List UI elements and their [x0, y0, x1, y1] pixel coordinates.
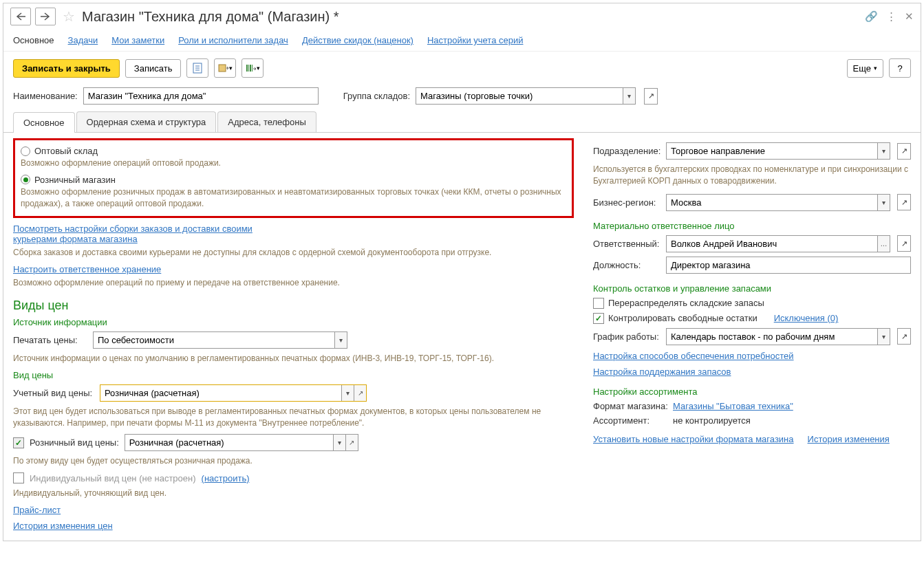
print-label: Печатать цены:: [13, 335, 87, 345]
link-icon[interactable]: 🔗: [865, 10, 878, 23]
schedule-label: График работы:: [593, 331, 662, 342]
svg-rect-6: [248, 65, 249, 72]
window-title: Магазин "Техника для дома" (Магазин) *: [82, 9, 861, 25]
dropdown-icon[interactable]: ▾: [623, 88, 635, 104]
close-icon[interactable]: ✕: [905, 10, 914, 23]
svg-rect-5: [246, 65, 248, 72]
position-label: Должность:: [593, 260, 662, 270]
region-label: Бизнес-регион:: [593, 197, 662, 208]
svg-rect-7: [250, 65, 251, 72]
price-type-heading: Вид цены: [13, 370, 574, 380]
kebab-icon[interactable]: ⋮: [886, 10, 896, 23]
control-stock-checkbox[interactable]: [593, 313, 604, 324]
responsible-input[interactable]: [667, 236, 877, 252]
link-format-history[interactable]: История изменения: [808, 434, 890, 444]
group-label: Группа складов:: [343, 91, 410, 101]
responsible-label: Ответственный:: [593, 239, 662, 249]
report-button[interactable]: [186, 58, 208, 78]
source-heading: Источник информации: [13, 317, 574, 327]
radio-icon: [21, 175, 30, 184]
radio-wholesale[interactable]: Оптовый склад: [21, 146, 566, 156]
star-icon[interactable]: ☆: [63, 8, 75, 25]
barcode-button[interactable]: ▾: [241, 58, 264, 78]
forward-button[interactable]: [35, 8, 56, 25]
dropdown-icon[interactable]: ▾: [877, 143, 890, 159]
name-input[interactable]: [84, 88, 318, 104]
save-close-button[interactable]: Записать и закрыть: [13, 59, 120, 78]
dept-label: Подразделение:: [593, 146, 662, 156]
retail-price-checkbox: [13, 437, 24, 448]
dropdown-icon[interactable]: ▾: [341, 385, 354, 401]
menu-series[interactable]: Настройки учета серий: [427, 35, 524, 45]
menu-discounts[interactable]: Действие скидок (наценок): [302, 35, 413, 45]
menu-notes[interactable]: Мои заметки: [111, 35, 164, 45]
tab-main[interactable]: Основное: [13, 112, 75, 133]
more-button[interactable]: Еще ▾: [847, 59, 883, 78]
warehouse-type-block: Оптовый склад Возможно оформление операц…: [13, 138, 574, 218]
radio-retail[interactable]: Розничный магазин: [21, 175, 566, 185]
back-button[interactable]: [10, 8, 31, 25]
group-input[interactable]: [416, 88, 623, 104]
tab-address[interactable]: Адреса, телефоны: [217, 111, 316, 132]
link-exceptions[interactable]: Исключения (0): [774, 313, 839, 323]
open-ref-icon[interactable]: ↗: [897, 328, 911, 345]
name-label: Наименование:: [13, 91, 78, 101]
dropdown-icon[interactable]: ▾: [333, 435, 345, 450]
tab-order[interactable]: Ордерная схема и структура: [76, 111, 217, 132]
menu-main[interactable]: Основное: [13, 35, 54, 45]
schedule-input[interactable]: [667, 329, 877, 345]
open-ref-icon[interactable]: ↗: [897, 235, 911, 252]
link-set-format[interactable]: Установить новые настройки формата магаз…: [593, 434, 794, 444]
dropdown-icon[interactable]: ▾: [877, 329, 890, 345]
svg-rect-4: [219, 65, 226, 72]
file-menu-button[interactable]: ▾: [214, 58, 236, 78]
format-label: Формат магазина:: [593, 401, 669, 411]
account-price-label: Учетный вид цены:: [13, 388, 94, 398]
link-store-format[interactable]: Магазины "Бытовая техника": [673, 401, 793, 411]
retail-price-label: Розничный вид цены:: [30, 437, 119, 448]
retail-price-input[interactable]: [125, 435, 333, 450]
assort-label: Ассортимент:: [593, 415, 669, 426]
ellipsis-icon[interactable]: …: [877, 236, 890, 252]
region-input[interactable]: [667, 195, 877, 210]
assortment-heading: Настройки ассортимента: [593, 387, 911, 397]
help-button[interactable]: ?: [889, 58, 911, 78]
menu-roles[interactable]: Роли и исполнители задач: [178, 35, 288, 45]
redistribute-checkbox[interactable]: [593, 298, 604, 309]
open-ref-icon[interactable]: ↗: [644, 88, 658, 105]
link-configure-individual[interactable]: (настроить): [202, 473, 250, 483]
dept-input[interactable]: [667, 143, 877, 159]
open-ref-icon[interactable]: ↗: [354, 385, 366, 401]
print-prices-input[interactable]: [94, 332, 334, 348]
link-pricelist[interactable]: Прайс-лист: [13, 505, 61, 515]
dropdown-icon[interactable]: ▾: [877, 195, 890, 210]
link-maintain[interactable]: Настройка поддержания запасов: [593, 367, 731, 377]
open-ref-icon[interactable]: ↗: [897, 194, 911, 210]
link-delivery-settings[interactable]: Посмотреть настройки сборки заказов и до…: [13, 224, 253, 244]
individual-price-checkbox[interactable]: [13, 472, 24, 483]
responsible-heading: Материально ответственное лицо: [593, 221, 911, 231]
menu-tasks[interactable]: Задачи: [68, 35, 98, 45]
svg-rect-8: [252, 65, 253, 72]
dropdown-icon[interactable]: ▾: [334, 332, 347, 348]
account-price-input[interactable]: [100, 385, 341, 401]
link-supply[interactable]: Настройка способов обеспечения потребнос…: [593, 351, 794, 361]
link-storage[interactable]: Настроить ответственное хранение: [13, 264, 161, 274]
position-input[interactable]: [667, 257, 910, 273]
stock-heading: Контроль остатков и управление запасами: [593, 283, 911, 294]
save-button[interactable]: Записать: [125, 59, 182, 78]
prices-heading: Виды цен: [13, 298, 574, 313]
link-price-history[interactable]: История изменения цен: [13, 521, 113, 531]
radio-icon: [21, 146, 30, 156]
open-ref-icon[interactable]: ↗: [345, 435, 358, 450]
open-ref-icon[interactable]: ↗: [897, 143, 911, 160]
